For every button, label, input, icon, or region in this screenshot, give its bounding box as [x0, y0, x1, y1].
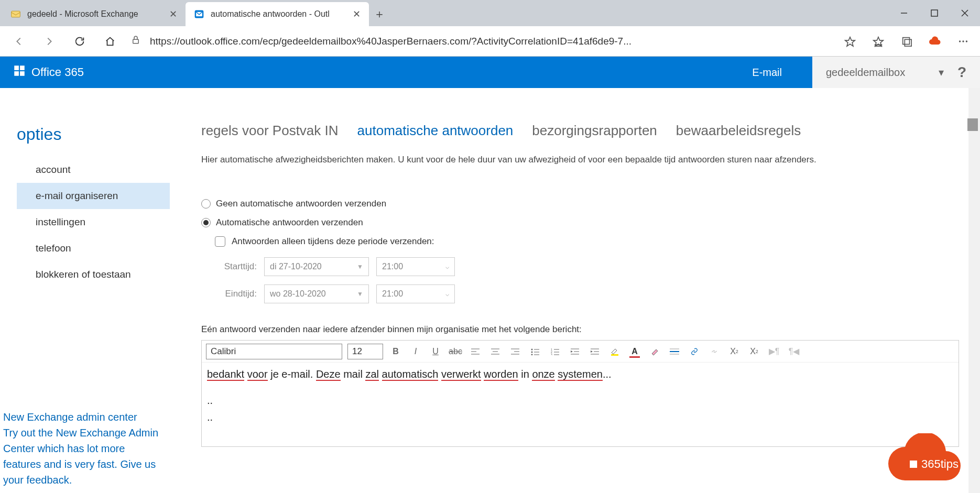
clear-format-button[interactable]: [647, 344, 662, 359]
address-bar[interactable]: https://outlook.office.com/ecp/gedeeldem…: [127, 35, 835, 47]
svg-rect-0: [12, 11, 20, 17]
tab-delivery-reports[interactable]: bezorgingsrapporten: [532, 123, 657, 139]
period-checkbox-row[interactable]: Antwoorden alleen tijdens deze periode v…: [215, 236, 959, 247]
indent-button[interactable]: [587, 344, 602, 359]
period-check-label: Antwoorden alleen tijdens deze periode v…: [232, 236, 434, 247]
highlight-button[interactable]: [607, 344, 622, 359]
radio-off-label: Geen automatische antwoorden verzenden: [216, 199, 386, 209]
svg-rect-20: [20, 71, 25, 76]
sidebar-item-phone[interactable]: telefoon: [17, 235, 170, 261]
superscript-button[interactable]: X2: [727, 344, 742, 359]
favorites-icon[interactable]: [867, 30, 890, 53]
subscript-button[interactable]: X2: [747, 344, 761, 359]
radio-off-row[interactable]: Geen automatische antwoorden verzenden: [201, 199, 959, 209]
radio-on-row[interactable]: Automatische antwoorden verzenden: [201, 217, 959, 228]
link-button[interactable]: [687, 344, 702, 359]
back-button[interactable]: [5, 28, 32, 55]
forward-button[interactable]: [36, 28, 63, 55]
svg-point-30: [531, 348, 533, 350]
help-icon[interactable]: ?: [957, 64, 966, 81]
editor-line: ..: [207, 409, 953, 425]
sidebar-item-account[interactable]: account: [17, 157, 170, 183]
svg-rect-50: [611, 354, 618, 356]
align-right-button[interactable]: [508, 344, 522, 359]
outdent-button[interactable]: [568, 344, 582, 359]
close-icon[interactable]: ✕: [353, 8, 361, 20]
chevron-down-icon: ▾: [939, 66, 944, 79]
align-center-button[interactable]: [488, 344, 503, 359]
promo-link[interactable]: New Exchange admin center Try out the Ne…: [3, 409, 159, 488]
tab-retention[interactable]: bewaarbeleidsregels: [676, 123, 801, 139]
rich-editor: Calibri 12 B I U abc 123 A X2: [201, 340, 959, 447]
scrollbar-track[interactable]: [968, 88, 980, 493]
svg-point-32: [531, 351, 533, 353]
start-date-value: di 27-10-2020: [270, 262, 322, 271]
tab-title: automatische antwoorden - Outl: [211, 9, 346, 19]
unlink-button[interactable]: [707, 344, 722, 359]
svg-rect-4: [931, 10, 938, 16]
sidebar-item-settings[interactable]: instellingen: [17, 209, 170, 235]
star-icon[interactable]: [839, 30, 862, 53]
end-date-select[interactable]: wo 28-10-2020▼: [264, 284, 369, 303]
font-color-button[interactable]: A: [627, 344, 642, 359]
tab-favicon-icon: [194, 9, 204, 19]
end-time-value: 21:00: [382, 289, 403, 299]
start-label: Starttijd:: [215, 261, 257, 272]
tab-inbox-rules[interactable]: regels voor Postvak IN: [201, 123, 339, 139]
maximize-button[interactable]: [919, 0, 950, 26]
tab-title: gedeeld - Microsoft Exchange: [27, 9, 163, 19]
align-left-button[interactable]: [468, 344, 483, 359]
collections-icon[interactable]: [895, 30, 918, 53]
editor-line: ..: [207, 392, 953, 409]
start-time-select[interactable]: 21:00⌵: [376, 257, 455, 276]
insert-hr-button[interactable]: [667, 344, 682, 359]
sidebar-title: opties: [17, 125, 170, 144]
rtl-button[interactable]: ¶◀: [787, 344, 801, 359]
promo-title: New Exchange admin center: [3, 409, 159, 425]
editor-line: bedankt voor je e-mail. Deze mail zal au…: [207, 366, 953, 382]
browser-tab[interactable]: gedeeld - Microsoft Exchange ✕: [2, 2, 186, 26]
cloud-ext-icon[interactable]: [923, 30, 946, 53]
close-icon[interactable]: ✕: [169, 8, 177, 20]
bullet-list-button[interactable]: [528, 344, 542, 359]
svg-point-14: [959, 40, 961, 42]
sidebar-item-block-allow[interactable]: blokkeren of toestaan: [17, 261, 170, 288]
svg-rect-17: [14, 65, 19, 70]
nav-email[interactable]: E-mail: [752, 67, 800, 79]
refresh-button[interactable]: [66, 28, 93, 55]
editor-label: Eén antwoord verzenden naar iedere afzen…: [201, 324, 959, 335]
promo-body: Try out the New Exchange Admin Center wh…: [3, 425, 159, 488]
sidebar-item-email-organise[interactable]: e-mail organiseren: [17, 183, 170, 209]
bold-button[interactable]: B: [388, 344, 403, 359]
url-text: https://outlook.office.com/ecp/gedeeldem…: [150, 36, 631, 47]
editor-toolbar: Calibri 12 B I U abc 123 A X2: [202, 341, 959, 363]
underline-button[interactable]: U: [428, 344, 443, 359]
svg-rect-18: [20, 65, 25, 70]
strike-button[interactable]: abc: [448, 344, 463, 359]
radio-on-label: Automatische antwoorden verzenden: [216, 217, 363, 228]
checkbox-icon: [215, 236, 225, 247]
new-tab-button[interactable]: ＋: [369, 2, 390, 26]
home-button[interactable]: [96, 28, 124, 55]
minimize-button[interactable]: [889, 0, 919, 26]
radio-icon: [201, 218, 211, 227]
browser-tab[interactable]: automatische antwoorden - Outl ✕: [186, 2, 369, 26]
end-time-select[interactable]: 21:00⌵: [376, 284, 455, 303]
italic-button[interactable]: I: [408, 344, 423, 359]
start-date-select[interactable]: di 27-10-2020▼: [264, 257, 369, 276]
ltr-button[interactable]: ▶¶: [767, 344, 781, 359]
chevron-down-icon: ▼: [357, 290, 363, 298]
font-select[interactable]: Calibri: [206, 344, 342, 359]
tab-auto-replies[interactable]: automatische antwoorden: [357, 123, 514, 139]
number-list-button[interactable]: 123: [548, 344, 562, 359]
editor-body[interactable]: bedankt voor je e-mail. Deze mail zal au…: [202, 363, 959, 446]
more-icon[interactable]: [952, 30, 975, 53]
font-size-select[interactable]: 12: [347, 344, 383, 359]
page-description: Hier automatische afwezigheidsberichten …: [201, 155, 959, 165]
close-window-button[interactable]: [950, 0, 980, 26]
user-menu[interactable]: gedeeldemailbox ▾ ?: [812, 57, 980, 88]
end-label: Eindtijd:: [215, 289, 257, 299]
365tips-badge-icon[interactable]: 365tips: [881, 433, 971, 486]
scrollbar-thumb[interactable]: [967, 118, 978, 131]
svg-rect-12: [903, 37, 910, 44]
